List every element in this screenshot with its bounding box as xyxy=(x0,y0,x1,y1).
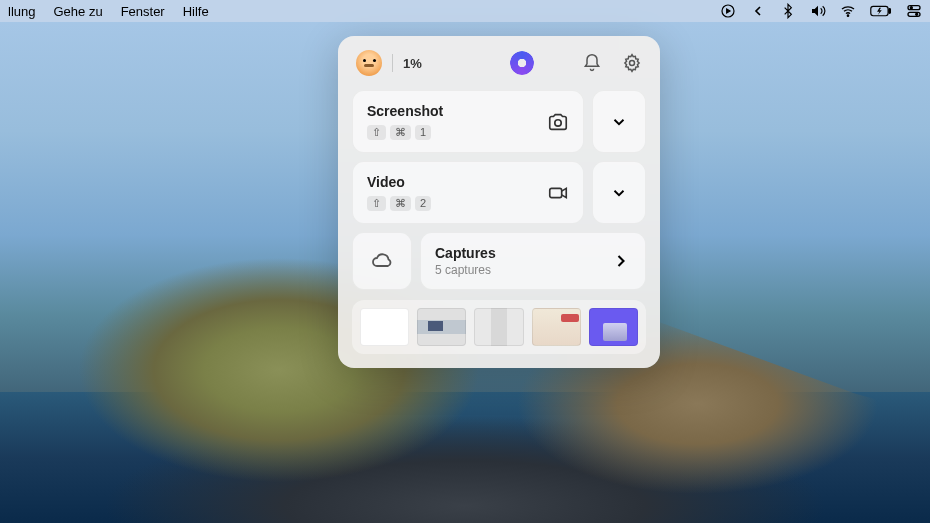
bluetooth-icon[interactable] xyxy=(780,3,796,19)
captures-count: 5 captures xyxy=(435,263,496,277)
wifi-icon[interactable] xyxy=(840,3,856,19)
storage-percent: 1% xyxy=(403,56,422,71)
bell-icon[interactable] xyxy=(582,53,602,73)
screenshot-button[interactable]: Screenshot ⇧ ⌘ 1 xyxy=(352,90,584,153)
capture-thumbnail[interactable] xyxy=(417,308,466,346)
svg-point-7 xyxy=(916,13,918,15)
chevron-down-icon xyxy=(610,184,628,202)
battery-icon[interactable] xyxy=(870,3,892,19)
capture-panel: 1% Screenshot ⇧ ⌘ 1 Video xyxy=(338,36,660,368)
menu-item[interactable]: Fenster xyxy=(121,4,165,19)
chevron-down-icon xyxy=(610,113,628,131)
divider xyxy=(392,54,393,72)
video-options-button[interactable] xyxy=(592,161,646,224)
captures-button[interactable]: Captures 5 captures xyxy=(420,232,646,290)
video-camera-icon xyxy=(547,182,569,204)
cloud-icon xyxy=(370,249,394,273)
screenshot-shortcut: ⇧ ⌘ 1 xyxy=(367,125,443,140)
video-shortcut: ⇧ ⌘ 2 xyxy=(367,196,431,211)
screenshot-options-button[interactable] xyxy=(592,90,646,153)
chevron-left-icon[interactable] xyxy=(750,3,766,19)
thumbnail-strip xyxy=(352,300,646,354)
avatar[interactable] xyxy=(356,50,382,76)
cloud-sync-button[interactable] xyxy=(352,232,412,290)
capture-thumbnail[interactable] xyxy=(360,308,409,346)
chevron-right-icon xyxy=(611,251,631,271)
capture-thumbnail[interactable] xyxy=(589,308,638,346)
app-logo-icon[interactable] xyxy=(510,51,534,75)
svg-point-6 xyxy=(910,7,912,9)
gear-icon[interactable] xyxy=(622,53,642,73)
camera-icon xyxy=(547,111,569,133)
svg-rect-3 xyxy=(889,9,891,14)
video-button[interactable]: Video ⇧ ⌘ 2 xyxy=(352,161,584,224)
volume-icon[interactable] xyxy=(810,3,826,19)
control-center-icon[interactable] xyxy=(906,3,922,19)
captures-label: Captures xyxy=(435,245,496,261)
capture-thumbnail[interactable] xyxy=(474,308,523,346)
svg-point-9 xyxy=(555,119,561,125)
screenshot-label: Screenshot xyxy=(367,103,443,119)
svg-point-8 xyxy=(630,61,635,66)
menu-item[interactable]: Gehe zu xyxy=(53,4,102,19)
svg-point-1 xyxy=(847,15,848,16)
play-record-icon[interactable] xyxy=(720,3,736,19)
video-label: Video xyxy=(367,174,431,190)
menu-item[interactable]: llung xyxy=(8,4,35,19)
panel-header: 1% xyxy=(352,50,646,76)
menu-item[interactable]: Hilfe xyxy=(183,4,209,19)
capture-thumbnail[interactable] xyxy=(532,308,581,346)
menubar: llung Gehe zu Fenster Hilfe xyxy=(0,0,930,22)
svg-rect-10 xyxy=(550,188,562,197)
